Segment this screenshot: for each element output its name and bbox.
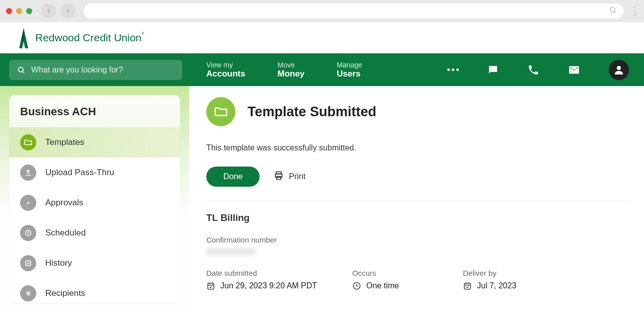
- svg-line-5: [23, 71, 24, 72]
- sidebar-item-upload[interactable]: Upload Pass-Thru: [9, 158, 180, 188]
- details-row: Date submitted Jun 29, 2023 9:20 AM PDT …: [206, 269, 627, 290]
- svg-point-0: [610, 8, 615, 12]
- sidebar-item-history[interactable]: History: [9, 248, 180, 278]
- print-icon: [274, 171, 284, 183]
- window-controls: [6, 8, 32, 14]
- nav-accounts[interactable]: View my Accounts: [206, 61, 245, 79]
- list-icon: [20, 285, 36, 301]
- sidebar-item-recipients[interactable]: Recipients: [9, 278, 180, 303]
- nav-utility-icons: [447, 60, 629, 80]
- search-input[interactable]: [31, 65, 174, 74]
- profile-avatar[interactable]: [609, 60, 629, 80]
- minimize-window[interactable]: [16, 8, 22, 14]
- main-panel: Template Submitted This template was suc…: [189, 86, 644, 312]
- detail-occurs: Occurs One time: [352, 269, 463, 290]
- sidebar-item-scheduled[interactable]: Scheduled: [9, 218, 180, 248]
- template-name: TL Billing: [206, 212, 627, 223]
- back-button[interactable]: [41, 4, 56, 19]
- done-button[interactable]: Done: [206, 167, 260, 187]
- overflow-menu[interactable]: [447, 68, 459, 71]
- site-search[interactable]: [9, 60, 182, 80]
- page-title: Template Submitted: [248, 104, 376, 120]
- svg-point-4: [19, 67, 23, 71]
- nav-users[interactable]: Manage Users: [337, 61, 362, 79]
- sidebar-item-label: Upload Pass-Thru: [45, 168, 114, 178]
- check-icon: [20, 195, 36, 211]
- sidebar: Business ACH Templates Upload Pass-Thru: [0, 86, 189, 312]
- sidebar-title: Business ACH: [9, 95, 180, 127]
- detail-deliver-by: Deliver by Jul 7, 2023: [463, 269, 609, 290]
- print-button[interactable]: Print: [274, 171, 305, 183]
- sidebar-list: Templates Upload Pass-Thru Approvals: [9, 127, 180, 303]
- upload-icon: [20, 165, 36, 181]
- calendar-icon: [463, 281, 472, 290]
- folder-icon: [20, 134, 36, 150]
- browser-chrome: [0, 0, 644, 22]
- forward-button[interactable]: [60, 4, 75, 19]
- action-row: Done Print: [206, 167, 627, 201]
- calendar-icon: [206, 281, 215, 290]
- detail-date-submitted: Date submitted Jun 29, 2023 9:20 AM PDT: [206, 269, 352, 290]
- phone-icon[interactable]: [527, 64, 539, 76]
- search-icon: [17, 66, 25, 74]
- sidebar-item-label: Approvals: [45, 198, 84, 208]
- sidebar-item-label: History: [45, 258, 72, 268]
- clock-icon: [352, 281, 361, 290]
- close-window[interactable]: [6, 8, 12, 14]
- svg-line-1: [614, 12, 616, 13]
- confirmation-number: XXXXXXXXX: [206, 247, 627, 256]
- primary-nav: View my Accounts Move Money Manage Users: [0, 53, 644, 86]
- search-icon: [609, 6, 617, 16]
- success-message: This template was successfully submitted…: [206, 143, 627, 152]
- sidebar-item-approvals[interactable]: Approvals: [9, 188, 180, 218]
- nav-money[interactable]: Move Money: [277, 61, 304, 79]
- content: Business ACH Templates Upload Pass-Thru: [0, 86, 644, 312]
- svg-rect-16: [208, 283, 214, 289]
- confirmation-label: Confirmation number: [206, 236, 627, 244]
- svg-point-6: [617, 66, 621, 70]
- sidebar-card: Business ACH Templates Upload Pass-Thru: [9, 95, 180, 303]
- browser-menu[interactable]: [634, 7, 636, 16]
- url-bar[interactable]: [84, 4, 624, 19]
- history-icon: [20, 255, 36, 271]
- logo-bar: Redwood Credit Union®: [0, 22, 644, 53]
- sidebar-item-label: Templates: [45, 137, 84, 147]
- svg-rect-21: [464, 283, 470, 289]
- mail-icon[interactable]: [568, 63, 581, 76]
- sidebar-item-templates[interactable]: Templates: [9, 127, 180, 158]
- main-header: Template Submitted: [206, 97, 627, 126]
- logo-icon: [17, 27, 29, 48]
- print-label: Print: [289, 172, 305, 181]
- sidebar-item-label: Recipients: [45, 288, 85, 298]
- folder-badge-icon: [206, 97, 235, 126]
- chat-icon[interactable]: [487, 64, 499, 76]
- clock-icon: [20, 225, 36, 241]
- nav-items: View my Accounts Move Money Manage Users: [206, 61, 362, 79]
- maximize-window[interactable]: [26, 8, 32, 14]
- sidebar-item-label: Scheduled: [45, 228, 86, 238]
- logo-text: Redwood Credit Union®: [35, 32, 144, 44]
